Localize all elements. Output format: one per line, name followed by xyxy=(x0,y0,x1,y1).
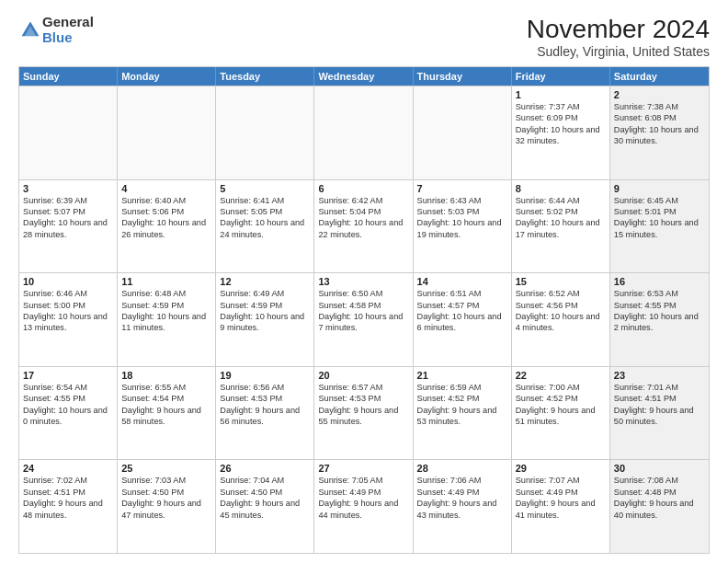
day-info: Sunrise: 7:00 AM Sunset: 4:52 PM Dayligh… xyxy=(516,382,606,428)
header-monday: Monday xyxy=(118,67,216,86)
day-number: 8 xyxy=(516,183,606,194)
day-number: 21 xyxy=(417,370,507,381)
table-row: 23Sunrise: 7:01 AM Sunset: 4:51 PM Dayli… xyxy=(610,367,709,460)
week-5: 24Sunrise: 7:02 AM Sunset: 4:51 PM Dayli… xyxy=(19,459,709,553)
day-number: 26 xyxy=(220,463,310,474)
day-info: Sunrise: 7:06 AM Sunset: 4:49 PM Dayligh… xyxy=(417,475,507,521)
table-row: 17Sunrise: 6:54 AM Sunset: 4:55 PM Dayli… xyxy=(19,367,118,460)
day-number: 27 xyxy=(318,463,408,474)
table-row: 25Sunrise: 7:03 AM Sunset: 4:50 PM Dayli… xyxy=(118,460,216,553)
day-info: Sunrise: 7:05 AM Sunset: 4:49 PM Dayligh… xyxy=(318,475,408,521)
table-row: 12Sunrise: 6:49 AM Sunset: 4:59 PM Dayli… xyxy=(216,273,314,366)
day-info: Sunrise: 6:42 AM Sunset: 5:04 PM Dayligh… xyxy=(318,195,408,241)
logo-text: General Blue xyxy=(42,15,94,45)
logo: General Blue xyxy=(18,15,94,45)
day-info: Sunrise: 6:57 AM Sunset: 4:53 PM Dayligh… xyxy=(318,382,408,428)
day-number: 14 xyxy=(417,276,507,287)
calendar-header: Sunday Monday Tuesday Wednesday Thursday… xyxy=(19,67,709,86)
day-number: 5 xyxy=(220,183,310,194)
day-info: Sunrise: 6:40 AM Sunset: 5:06 PM Dayligh… xyxy=(121,195,211,241)
day-info: Sunrise: 6:48 AM Sunset: 4:59 PM Dayligh… xyxy=(121,288,211,334)
table-row: 9Sunrise: 6:45 AM Sunset: 5:01 PM Daylig… xyxy=(610,180,709,273)
day-number: 1 xyxy=(516,89,606,100)
table-row: 15Sunrise: 6:52 AM Sunset: 4:56 PM Dayli… xyxy=(512,273,610,366)
day-info: Sunrise: 7:02 AM Sunset: 4:51 PM Dayligh… xyxy=(23,475,113,521)
day-info: Sunrise: 6:50 AM Sunset: 4:58 PM Dayligh… xyxy=(318,288,408,334)
table-row: 24Sunrise: 7:02 AM Sunset: 4:51 PM Dayli… xyxy=(19,460,118,553)
table-row: 16Sunrise: 6:53 AM Sunset: 4:55 PM Dayli… xyxy=(610,273,709,366)
day-number: 25 xyxy=(121,463,211,474)
calendar-body: 1Sunrise: 7:37 AM Sunset: 6:09 PM Daylig… xyxy=(19,86,709,553)
header: General Blue November 2024 Sudley, Virgi… xyxy=(18,15,710,59)
table-row: 29Sunrise: 7:07 AM Sunset: 4:49 PM Dayli… xyxy=(512,460,610,553)
week-3: 10Sunrise: 6:46 AM Sunset: 5:00 PM Dayli… xyxy=(19,272,709,366)
table-row: 21Sunrise: 6:59 AM Sunset: 4:52 PM Dayli… xyxy=(414,367,512,460)
day-info: Sunrise: 7:08 AM Sunset: 4:48 PM Dayligh… xyxy=(614,475,705,521)
day-number: 11 xyxy=(121,276,211,287)
day-number: 4 xyxy=(121,183,211,194)
day-info: Sunrise: 6:53 AM Sunset: 4:55 PM Dayligh… xyxy=(614,288,705,334)
day-number: 17 xyxy=(23,370,113,381)
day-number: 29 xyxy=(516,463,606,474)
day-info: Sunrise: 7:01 AM Sunset: 4:51 PM Dayligh… xyxy=(614,382,705,428)
table-row xyxy=(414,86,512,179)
day-number: 15 xyxy=(516,276,606,287)
calendar-title: November 2024 xyxy=(527,15,710,44)
day-number: 13 xyxy=(318,276,408,287)
table-row: 8Sunrise: 6:44 AM Sunset: 5:02 PM Daylig… xyxy=(512,180,610,273)
day-info: Sunrise: 6:44 AM Sunset: 5:02 PM Dayligh… xyxy=(516,195,606,241)
day-info: Sunrise: 6:52 AM Sunset: 4:56 PM Dayligh… xyxy=(516,288,606,334)
table-row: 4Sunrise: 6:40 AM Sunset: 5:06 PM Daylig… xyxy=(118,180,216,273)
header-tuesday: Tuesday xyxy=(216,67,314,86)
table-row: 19Sunrise: 6:56 AM Sunset: 4:53 PM Dayli… xyxy=(216,367,314,460)
day-info: Sunrise: 6:39 AM Sunset: 5:07 PM Dayligh… xyxy=(23,195,113,241)
title-block: November 2024 Sudley, Virginia, United S… xyxy=(527,15,710,59)
logo-general: General xyxy=(42,15,94,30)
week-4: 17Sunrise: 6:54 AM Sunset: 4:55 PM Dayli… xyxy=(19,366,709,460)
day-info: Sunrise: 6:51 AM Sunset: 4:57 PM Dayligh… xyxy=(417,288,507,334)
day-number: 3 xyxy=(23,183,113,194)
table-row: 20Sunrise: 6:57 AM Sunset: 4:53 PM Dayli… xyxy=(314,367,413,460)
day-info: Sunrise: 6:49 AM Sunset: 4:59 PM Dayligh… xyxy=(220,288,310,334)
logo-icon xyxy=(20,20,40,40)
table-row xyxy=(118,86,216,179)
page: General Blue November 2024 Sudley, Virgi… xyxy=(0,0,728,563)
day-number: 7 xyxy=(417,183,507,194)
calendar-subtitle: Sudley, Virginia, United States xyxy=(527,44,710,59)
day-number: 30 xyxy=(614,463,705,474)
day-info: Sunrise: 6:41 AM Sunset: 5:05 PM Dayligh… xyxy=(220,195,310,241)
day-number: 28 xyxy=(417,463,507,474)
table-row: 27Sunrise: 7:05 AM Sunset: 4:49 PM Dayli… xyxy=(314,460,413,553)
day-info: Sunrise: 6:55 AM Sunset: 4:54 PM Dayligh… xyxy=(121,382,211,428)
table-row xyxy=(314,86,413,179)
table-row: 14Sunrise: 6:51 AM Sunset: 4:57 PM Dayli… xyxy=(414,273,512,366)
day-info: Sunrise: 7:03 AM Sunset: 4:50 PM Dayligh… xyxy=(121,475,211,521)
day-number: 12 xyxy=(220,276,310,287)
table-row: 28Sunrise: 7:06 AM Sunset: 4:49 PM Dayli… xyxy=(414,460,512,553)
week-1: 1Sunrise: 7:37 AM Sunset: 6:09 PM Daylig… xyxy=(19,86,709,179)
week-2: 3Sunrise: 6:39 AM Sunset: 5:07 PM Daylig… xyxy=(19,179,709,273)
day-number: 22 xyxy=(516,370,606,381)
day-info: Sunrise: 6:45 AM Sunset: 5:01 PM Dayligh… xyxy=(614,195,705,241)
table-row: 5Sunrise: 6:41 AM Sunset: 5:05 PM Daylig… xyxy=(216,180,314,273)
table-row: 30Sunrise: 7:08 AM Sunset: 4:48 PM Dayli… xyxy=(610,460,709,553)
day-number: 9 xyxy=(614,183,705,194)
table-row: 26Sunrise: 7:04 AM Sunset: 4:50 PM Dayli… xyxy=(216,460,314,553)
table-row: 22Sunrise: 7:00 AM Sunset: 4:52 PM Dayli… xyxy=(512,367,610,460)
day-number: 10 xyxy=(23,276,113,287)
day-info: Sunrise: 6:56 AM Sunset: 4:53 PM Dayligh… xyxy=(220,382,310,428)
day-info: Sunrise: 7:04 AM Sunset: 4:50 PM Dayligh… xyxy=(220,475,310,521)
table-row xyxy=(216,86,314,179)
header-sunday: Sunday xyxy=(19,67,118,86)
table-row: 3Sunrise: 6:39 AM Sunset: 5:07 PM Daylig… xyxy=(19,180,118,273)
day-number: 18 xyxy=(121,370,211,381)
table-row: 7Sunrise: 6:43 AM Sunset: 5:03 PM Daylig… xyxy=(414,180,512,273)
calendar: Sunday Monday Tuesday Wednesday Thursday… xyxy=(18,66,710,554)
table-row: 2Sunrise: 7:38 AM Sunset: 6:08 PM Daylig… xyxy=(610,86,709,179)
day-number: 24 xyxy=(23,463,113,474)
day-info: Sunrise: 6:46 AM Sunset: 5:00 PM Dayligh… xyxy=(23,288,113,334)
day-number: 16 xyxy=(614,276,705,287)
day-info: Sunrise: 6:54 AM Sunset: 4:55 PM Dayligh… xyxy=(23,382,113,428)
table-row: 1Sunrise: 7:37 AM Sunset: 6:09 PM Daylig… xyxy=(512,86,610,179)
table-row: 13Sunrise: 6:50 AM Sunset: 4:58 PM Dayli… xyxy=(314,273,413,366)
